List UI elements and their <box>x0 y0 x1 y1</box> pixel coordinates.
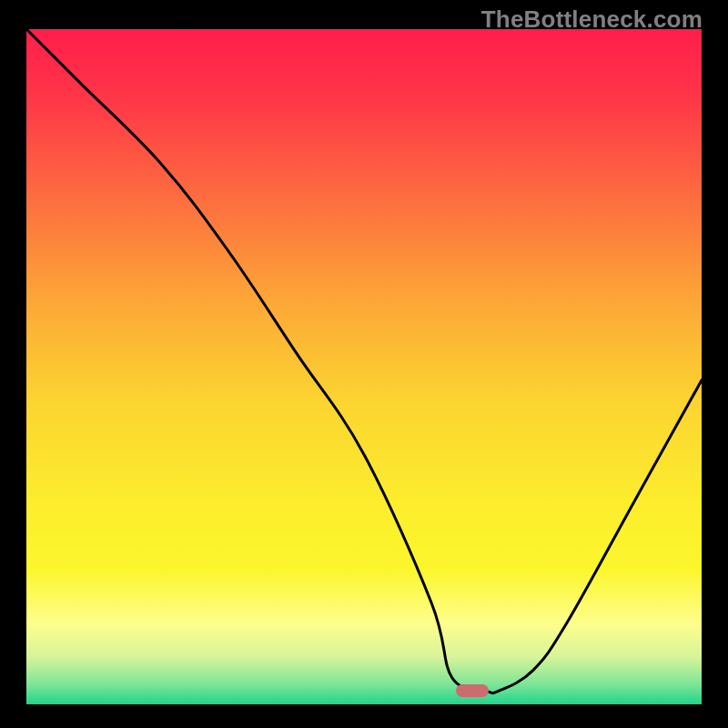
watermark-text: TheBottleneck.com <box>481 5 703 34</box>
chart-marker <box>456 684 489 697</box>
chart-background <box>26 29 702 704</box>
svg-rect-0 <box>26 29 702 704</box>
chart-frame <box>26 29 702 704</box>
